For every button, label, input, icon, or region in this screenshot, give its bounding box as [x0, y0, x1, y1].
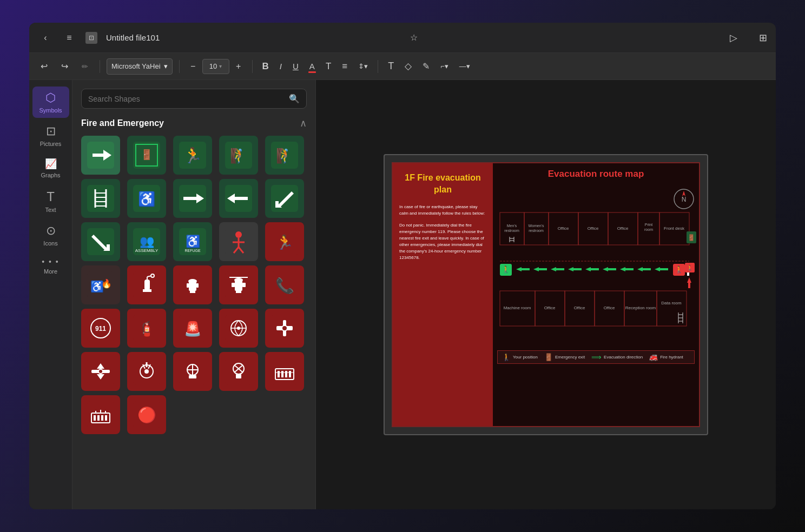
shape-stairs-up[interactable]: 🧗 [219, 136, 258, 175]
pen-button[interactable]: ✎ [419, 58, 433, 75]
separator-4 [378, 60, 378, 73]
svg-text:Data room: Data room [661, 301, 682, 305]
erase-button[interactable]: ✏ [77, 58, 93, 75]
evac-desc1: In case of fire or earthquake, please st… [399, 204, 486, 217]
shape-arrow-left[interactable] [219, 179, 258, 218]
shape-person-red[interactable] [219, 222, 258, 261]
svg-marker-151 [551, 267, 564, 271]
shape-emergency-exit[interactable]: 🚪 [127, 136, 166, 175]
align-button[interactable]: ≡ [339, 58, 351, 75]
shape-fire-hydrant[interactable] [173, 265, 212, 304]
play-button[interactable]: ▷ [730, 32, 737, 44]
shape-alert[interactable]: 🔴 [127, 395, 166, 434]
favorite-star-icon[interactable]: ☆ [410, 32, 418, 43]
insert-text-button[interactable]: T [385, 58, 397, 75]
separator-3 [252, 60, 253, 73]
line-spacing-button[interactable]: ⇕▾ [355, 58, 371, 75]
font-selector[interactable]: Microsoft YaHei ▾ [107, 58, 173, 75]
italic-button[interactable]: I [276, 58, 285, 75]
text-style-button[interactable]: T [322, 58, 334, 75]
shape-fire-disabled[interactable]: ♿ 🔥 [81, 265, 120, 304]
svg-text:Office: Office [617, 226, 629, 231]
redo-button[interactable]: ↪ [56, 58, 72, 75]
shape-valve2[interactable] [81, 352, 120, 391]
shape-arrow-right[interactable] [173, 179, 212, 218]
shape-exit-arrow[interactable] [81, 136, 120, 175]
shape-button[interactable]: ◇ [401, 58, 415, 75]
shape-emergency-phone[interactable]: 📞 [265, 265, 304, 304]
svg-text:🚪: 🚪 [688, 234, 695, 241]
font-color-button[interactable]: A [306, 58, 318, 75]
legend-emergency-exit: 🚪 Emergency exit [544, 353, 585, 361]
shape-arrow-downright[interactable] [81, 222, 120, 261]
shape-exit-running[interactable]: 🏃 [173, 136, 212, 175]
icons-icon: ⊙ [46, 224, 56, 238]
menu-button[interactable]: ≡ [62, 30, 77, 45]
file-title: Untitled file101 [106, 33, 401, 42]
svg-text:🚨: 🚨 [184, 320, 202, 337]
underline-button[interactable]: U [289, 58, 302, 75]
search-input[interactable] [88, 95, 285, 103]
legend-fire-hydrant: 🚒 Fire hydrant [649, 353, 683, 361]
svg-rect-108 [289, 371, 291, 377]
svg-text:🧗: 🧗 [230, 147, 248, 164]
evac-title: 1F Fire evacuation plan [399, 172, 486, 196]
document-canvas: 1F Fire evacuation plan In case of fire … [384, 154, 708, 435]
graphs-icon: 📈 [45, 158, 57, 170]
svg-text:♿: ♿ [186, 234, 201, 249]
undo-button[interactable]: ↩ [36, 58, 52, 75]
toolbar: ↩ ↪ ✏ Microsoft YaHei ▾ − 10 ▾ + B I U A… [29, 53, 776, 80]
shape-ladder[interactable] [81, 179, 120, 218]
sidebar-item-icons[interactable]: ⊙ Icons [32, 220, 69, 251]
sidebar-item-pictures[interactable]: ⊡ Pictures [32, 120, 69, 151]
shape-valve3[interactable] [127, 352, 166, 391]
shape-gauge2[interactable] [81, 395, 120, 434]
svg-marker-155 [620, 267, 634, 271]
shape-gauge1[interactable] [265, 352, 304, 391]
svg-rect-112 [97, 415, 100, 421]
svg-text:🧯: 🧯 [138, 320, 156, 337]
line-type-button[interactable]: ⌐▾ [437, 58, 452, 75]
main-content: ⬡ Symbols ⊡ Pictures 📈 Graphs T Text ⊙ I… [29, 80, 776, 509]
sidebar-item-symbols[interactable]: ⬡ Symbols [32, 87, 69, 118]
sidebar-item-text[interactable]: T Text [32, 185, 69, 217]
svg-point-35 [235, 231, 242, 238]
canvas-area[interactable]: 1F Fire evacuation plan In case of fire … [316, 80, 776, 509]
svg-point-55 [188, 279, 197, 283]
svg-marker-150 [533, 267, 547, 271]
title-bar: ‹ ≡ ⊡ Untitled file101 ☆ ▷ ⊞ [29, 23, 776, 53]
grid-button[interactable]: ⊞ [759, 32, 767, 44]
back-button[interactable]: ‹ [38, 30, 53, 45]
shape-running-exit[interactable]: 🏃 [265, 222, 304, 261]
svg-marker-149 [516, 267, 530, 271]
evac-map-title: Evacuation route map [493, 163, 699, 183]
shape-valve5[interactable] [219, 352, 258, 391]
shape-alarm[interactable]: 🚨 [173, 309, 212, 348]
shape-wheelchair[interactable]: ♿ [127, 179, 166, 218]
shape-refuge-area[interactable]: ♿REFUGE [173, 222, 212, 261]
shape-911[interactable]: 911 [81, 309, 120, 348]
shape-fire-extinguisher[interactable] [127, 265, 166, 304]
evacuation-map: 1F Fire evacuation plan In case of fire … [392, 162, 700, 427]
shape-arrow-downleft[interactable] [265, 179, 304, 218]
shape-assembly-point[interactable]: 👥ASSEMBLY [127, 222, 166, 261]
more-icon: • • • [42, 257, 59, 266]
evac-right-panel: Evacuation route map N Men's [493, 163, 699, 426]
svg-text:room: room [644, 228, 653, 231]
font-name: Microsoft YaHei [111, 62, 161, 70]
sidebar-item-graphs[interactable]: 📈 Graphs [32, 154, 69, 183]
shape-hydrant-wall[interactable] [219, 265, 258, 304]
section-collapse-button[interactable]: ∧ [300, 117, 307, 129]
font-size-increase-button[interactable]: + [232, 59, 246, 74]
bold-button[interactable]: B [259, 58, 272, 75]
sidebar-item-more[interactable]: • • • More [32, 253, 69, 279]
shape-valve1[interactable] [265, 309, 304, 348]
more-label: More [44, 268, 57, 275]
shape-stairs-alt[interactable]: 🧗 [265, 136, 304, 175]
shape-fire-cabinet[interactable]: 🧯 [127, 309, 166, 348]
shape-sprinkler[interactable] [219, 309, 258, 348]
search-bar[interactable]: 🔍 [81, 89, 307, 109]
shape-valve4[interactable] [173, 352, 212, 391]
dash-button[interactable]: —▾ [456, 58, 473, 75]
font-size-decrease-button[interactable]: − [186, 59, 200, 74]
